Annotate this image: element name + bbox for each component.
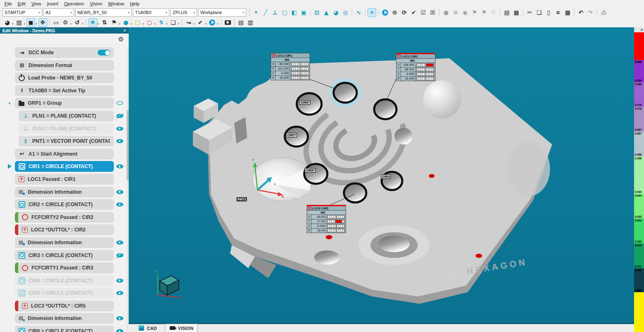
dropdown-caret-icon[interactable]: ▾ [178, 22, 180, 26]
sidebar-item-cir5-circle-contact[interactable]: CIR5 = CIRCLE (CONTACT) [15, 288, 114, 298]
dropdown-caret-icon[interactable]: ▾ [24, 22, 26, 26]
sidebar-item-dcc-mode[interactable]: ⇥DCC Mode [15, 47, 114, 58]
execute-program-icon[interactable] [381, 8, 389, 17]
bookmark-clear-icon[interactable]: ⚐ [489, 8, 498, 17]
sphere-feature-icon[interactable]: ◕ [332, 8, 340, 17]
sidebar-item-pln2-plane-contact[interactable]: ⊥PLN2 = PLANE (CONTACT) [19, 123, 114, 134]
report-skip-icon[interactable]: ☒ [428, 8, 437, 17]
line-feature-icon[interactable]: ╱ [261, 8, 270, 17]
cad-viewport[interactable]: HEXAGON Y X [129, 27, 634, 322]
rotate-view-icon[interactable]: ↺ [73, 18, 82, 27]
sidebar-item-dimension-information[interactable]: Dimension Information [15, 237, 114, 248]
sidebar-item-loc1-passed-cir1[interactable]: LOC1 Passed : CIR1 [15, 174, 114, 185]
report-window-icon[interactable]: ▦ [512, 8, 521, 17]
toggle-on-switch[interactable] [98, 50, 110, 55]
sidebar-item-load-probe-new5-by-50[interactable]: Load Probe - NEW5_BY_50 [15, 72, 114, 83]
dropdown-caret-icon[interactable]: ▾ [119, 22, 120, 26]
dropdown-caret-icon[interactable]: ▾ [193, 22, 195, 26]
dropdown-caret-icon[interactable]: ▾ [154, 22, 156, 26]
undo-icon[interactable]: ↶ [577, 8, 585, 17]
probe-file-combo[interactable]: NEW5_BY_50▾ [75, 8, 132, 17]
sidebar-item-grp1-group[interactable]: GRP1 = Group [15, 98, 114, 108]
cone-feature-icon[interactable]: ▲ [322, 8, 331, 17]
circle-zone-icon[interactable]: ○ [145, 18, 154, 27]
sidebar-item-cir4-circle-contact[interactable]: CIR4 = CIRCLE (CONTACT) [15, 275, 114, 286]
dropdown-caret-icon[interactable]: ▾ [98, 22, 99, 26]
sidebar-item-dimension-information[interactable]: Dimension Information [15, 313, 114, 324]
torus-feature-icon[interactable]: ◎ [341, 8, 350, 17]
circle-cir2[interactable] [374, 99, 396, 119]
sidebar-item-loc2-outtol-cir2[interactable]: LOC2 *OUTTOL* : CIR2 [15, 224, 114, 235]
eye-icon[interactable] [116, 164, 123, 169]
sidebar-item-cir2-circle-contact[interactable]: CIR2 = CIRCLE (CONTACT) [15, 199, 114, 210]
cut-icon[interactable]: ✂ [525, 8, 534, 17]
eye-icon[interactable] [116, 316, 123, 321]
comment-icon[interactable]: ▭ [52, 18, 60, 27]
eye-off-icon[interactable] [116, 253, 123, 258]
close-icon[interactable]: ✕ [123, 29, 126, 33]
tab-cad[interactable]: CAD [135, 324, 161, 332]
stop-icon[interactable]: ● [442, 8, 450, 17]
eye-icon[interactable] [116, 126, 123, 131]
workplane-axis-combo[interactable]: ZPLUS▾ [171, 8, 197, 17]
eye-icon[interactable] [116, 190, 123, 195]
sidebar-item-a1-start-alignment[interactable]: ↩A1 = Start Alignment [15, 149, 114, 159]
settings-gears-icon[interactable]: ⚙ [61, 18, 70, 27]
mark-done-icon[interactable]: ✔ [409, 8, 418, 17]
dropdown-caret-icon[interactable]: ▾ [166, 22, 168, 26]
execute-feature-icon[interactable]: ⊙ [390, 8, 399, 17]
pan-view-icon[interactable]: ✥ [38, 18, 47, 27]
plane-feature-icon[interactable]: ⊥ [271, 8, 279, 17]
sidebar-item-cir1-circle-contact[interactable]: CIR1 = CIRCLE (CONTACT) [15, 161, 114, 172]
dropdown-caret-icon[interactable]: ▾ [205, 22, 207, 26]
paste-pattern-icon[interactable]: ⌗ [554, 8, 562, 17]
report-list-icon[interactable]: ▤ [502, 8, 511, 17]
dropdown-caret-icon[interactable]: ▾ [142, 22, 144, 26]
sidebar-item-cir3-circle-contact[interactable]: CIR3 = CIRCLE (CONTACT) [15, 250, 114, 261]
active-tip-combo[interactable]: T1A0B0▾ [133, 8, 169, 17]
redo-icon[interactable]: ↷ [586, 8, 595, 17]
sidebar-item-fcfcirty1-passed-cir3[interactable]: FCFCIRTY1 Passed : CIR3 [15, 262, 114, 273]
probe-path-icon[interactable]: ⇅ [100, 18, 109, 27]
sidebar-item-pnt1-vector-point-contact[interactable]: ↕PNT1 = VECTOR POINT (CONTACT) [19, 136, 114, 147]
cylinder-feature-icon[interactable]: ⊟ [312, 8, 321, 17]
continue-icon[interactable]: ◉ [461, 8, 469, 17]
curve-feature-icon[interactable]: ∿ [354, 8, 363, 17]
measure-path-icon[interactable]: ↝ [184, 18, 193, 27]
auto-feature-icon[interactable]: ✳ [368, 8, 376, 17]
menu-operation[interactable]: Operation [61, 1, 87, 7]
dropdown-caret-icon[interactable]: ▾ [217, 22, 219, 26]
surface-render-icon[interactable]: ● [122, 18, 130, 27]
view-orientation-icon[interactable]: ◕ [3, 18, 12, 27]
dimension-annotation-loc3[interactable]: LOC3 CIR5MSX80.00Y17.00Z0.000D16.40 [307, 205, 346, 233]
graph-analysis-icon[interactable]: ↯ [157, 18, 166, 27]
copy-icon[interactable]: ❏ [535, 8, 543, 17]
workplane-combo[interactable]: Workplane▾ [198, 8, 246, 17]
sidebar-item-loc3-outtol-cir5[interactable]: LOC3 *OUTTOL* : CIR5 [15, 301, 114, 311]
sidebar-item-t1a0b0-set-active-tip[interactable]: !T1A0B0 = Set Active Tip [15, 85, 114, 96]
sidebar-item-dimension-format[interactable]: ⊞Dimension Format [15, 60, 114, 71]
eye-icon[interactable] [116, 329, 123, 332]
circle-cir1[interactable] [334, 83, 357, 103]
sidebar-item-dimension-information[interactable]: Dimension Information [15, 187, 114, 197]
report-pass-icon[interactable]: ☑ [419, 8, 428, 17]
dropdown-caret-icon[interactable]: ▾ [82, 22, 84, 26]
dropdown-caret-icon[interactable]: ▾ [70, 22, 72, 26]
dropdown-caret-icon[interactable]: ▾ [12, 22, 14, 26]
menu-vision[interactable]: Vision [87, 1, 105, 7]
eye-off-icon[interactable] [116, 113, 123, 118]
sidebar-item-pln1-plane-contact[interactable]: ⊥PLN1 = PLANE (CONTACT) [19, 111, 114, 121]
print-icon[interactable]: ⎙ [599, 8, 608, 17]
no-probe-icon[interactable]: ⊘ [451, 8, 460, 17]
alignment-combo[interactable]: A1▾ [43, 8, 74, 17]
bookmark-icon[interactable]: ⚑ [470, 8, 479, 17]
eye-icon[interactable] [116, 202, 123, 207]
tab-vision[interactable]: VISION [165, 324, 198, 332]
menu-help[interactable]: Help [127, 1, 142, 7]
dropdown-caret-icon[interactable]: ▾ [36, 22, 37, 26]
bookmark-add-icon[interactable]: ⚑ [480, 8, 488, 17]
sidebar-item-fcfcirty2-passed-cir2[interactable]: FCFCIRTY2 Passed : CIR2 [15, 212, 114, 223]
menu-edit[interactable]: Edit [15, 1, 29, 7]
menu-insert[interactable]: Insert [44, 1, 61, 7]
copy-window-icon[interactable]: ❏ [169, 18, 178, 27]
